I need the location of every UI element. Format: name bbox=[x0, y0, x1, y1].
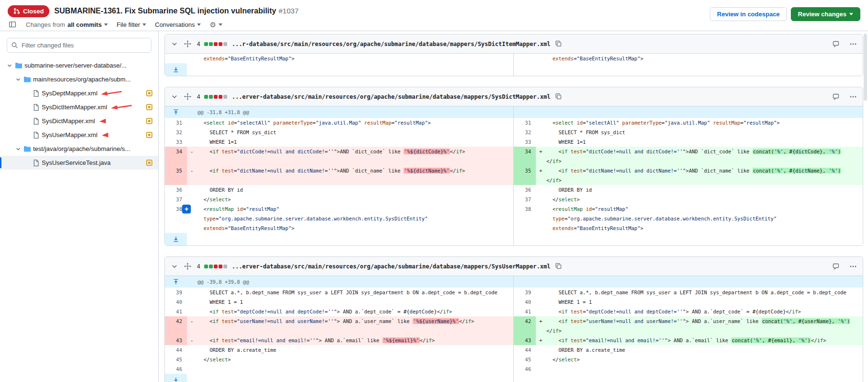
line-number-old: 46 bbox=[165, 364, 187, 374]
review-changes-button[interactable]: Review changes bbox=[791, 7, 860, 21]
diffstat-block-add bbox=[204, 265, 208, 268]
changed-text: concat('%', #{userName}, '%') bbox=[762, 318, 850, 324]
tree-file-sysdictmapper-xml[interactable]: SysDictMapper.xml bbox=[0, 114, 158, 128]
comment-button[interactable] bbox=[831, 92, 841, 102]
file-filter-dropdown[interactable]: File filter bbox=[116, 21, 146, 28]
line-number-old: 31 bbox=[165, 118, 187, 127]
expand-spacer bbox=[536, 233, 863, 245]
addition-sign: + bbox=[539, 147, 542, 156]
search-icon bbox=[11, 42, 18, 49]
copy-path-button[interactable] bbox=[554, 262, 563, 271]
comment-icon bbox=[832, 40, 840, 48]
drag-handle[interactable] bbox=[183, 92, 192, 101]
tree-folder-submarine-server-server-database[interactable]: submarine-server/server-database/... bbox=[0, 58, 158, 72]
expand-down-button[interactable] bbox=[165, 374, 187, 382]
chevron-down-icon bbox=[219, 23, 222, 28]
filter-box bbox=[7, 38, 151, 53]
tree-folder-test-java-org-apache-submarine-s[interactable]: test/java/org/apache/submarine/s... bbox=[0, 142, 158, 156]
addition-sign: + bbox=[539, 316, 542, 326]
modified-file-icon bbox=[146, 160, 152, 166]
code-line-new: + <if test="email!=null and email!=''"> … bbox=[536, 336, 863, 345]
chevron-down-icon[interactable] bbox=[13, 77, 23, 82]
drag-handle[interactable] bbox=[183, 262, 192, 271]
code-line-new: WHERE 1 = 1 bbox=[536, 297, 863, 307]
changes-count: 4 bbox=[197, 263, 200, 270]
code-line-new: + <if test="userName!=null and userName!… bbox=[536, 316, 863, 336]
filter-changed-files-input[interactable] bbox=[7, 38, 151, 53]
code-line-new: <resultMap id="resultMap" type="org.apac… bbox=[536, 204, 863, 233]
expand-down-button[interactable] bbox=[165, 63, 187, 76]
collapse-file-button[interactable] bbox=[170, 92, 179, 102]
diffstat-block-del bbox=[219, 42, 222, 46]
expand-spacer bbox=[187, 63, 514, 76]
chevron-down-icon[interactable] bbox=[13, 146, 23, 152]
diff-row: 43- <if test="email!=null and email!=''"… bbox=[165, 336, 863, 345]
diff-file-header: 4...erver-database/src/main/resources/or… bbox=[165, 257, 863, 276]
kebab-icon bbox=[849, 40, 857, 48]
copy-path-button[interactable] bbox=[554, 92, 563, 101]
line-number-old: 41 bbox=[165, 307, 187, 316]
tree-file-sysuserservicetest-java[interactable]: SysUserServiceTest.java bbox=[0, 156, 158, 170]
changes-from-dropdown[interactable]: Changes from all commits bbox=[26, 21, 108, 28]
tree-item-label: submarine-server/server-database/... bbox=[24, 62, 127, 69]
diffstat-block-del bbox=[214, 95, 218, 99]
diffstat-block-del bbox=[219, 265, 222, 268]
copy-icon bbox=[555, 263, 562, 270]
chevron-down-icon bbox=[849, 13, 853, 17]
review-in-codespace-button[interactable]: Review in codespace bbox=[710, 7, 787, 21]
diffstat-block-add bbox=[209, 42, 213, 46]
diff-row: 40 WHERE 1 = 140 WHERE 1 = 1 bbox=[165, 297, 863, 307]
hunk-text: @@ -31,8 +31,8 @@ bbox=[187, 106, 514, 118]
code-line-new: extends="BaseEntityResultMap"> bbox=[536, 54, 863, 63]
tree-item-label: SysUserMapper.xml bbox=[42, 131, 97, 139]
file-menu-button[interactable] bbox=[848, 262, 858, 271]
file-header-actions bbox=[831, 92, 858, 102]
sidebar-toggle-button[interactable] bbox=[8, 20, 17, 29]
drag-move-icon bbox=[184, 263, 191, 270]
file-menu-button[interactable] bbox=[848, 39, 858, 49]
code-line-new: ORDER BY id bbox=[536, 185, 863, 195]
file-icon bbox=[31, 117, 40, 125]
hunk-gutter bbox=[514, 276, 536, 288]
expand-context-button[interactable] bbox=[172, 278, 180, 286]
collapse-file-button[interactable] bbox=[170, 262, 179, 271]
code-line-old: <select id="selectAll" parameterType="ja… bbox=[187, 118, 514, 127]
expand-spacer bbox=[536, 63, 863, 76]
expand-down-button[interactable] bbox=[165, 233, 187, 245]
drag-handle[interactable] bbox=[183, 39, 192, 48]
add-comment-button[interactable]: + bbox=[182, 205, 191, 213]
comment-button[interactable] bbox=[831, 262, 841, 271]
copy-icon bbox=[555, 40, 562, 47]
line-number-old: 35 bbox=[165, 166, 187, 185]
comment-icon bbox=[832, 263, 840, 270]
file-menu-button[interactable] bbox=[848, 92, 858, 102]
conversations-dropdown[interactable]: Conversations bbox=[155, 21, 201, 28]
line-number-new: 42 bbox=[514, 316, 536, 336]
tree-file-sysdictitemmapper-xml[interactable]: SysDictItemMapper.xml bbox=[0, 100, 158, 114]
page-scrollbar[interactable] bbox=[863, 32, 868, 382]
line-number-old: 40 bbox=[165, 297, 187, 307]
tree-file-sysdeptmapper-xml[interactable]: SysDeptMapper.xml bbox=[0, 86, 158, 100]
tree-folder-main-resources-org-apache-subm[interactable]: main/resources/org/apache/subm... bbox=[0, 72, 158, 86]
scrollbar-thumb[interactable] bbox=[864, 34, 867, 101]
hunk-gutter bbox=[514, 106, 536, 118]
copy-path-button[interactable] bbox=[554, 39, 563, 48]
code-line-new: + <if test="dictName!=null and dictName!… bbox=[536, 166, 863, 185]
comment-button[interactable] bbox=[831, 39, 841, 49]
chevron-down-icon[interactable] bbox=[5, 63, 14, 69]
chevron-down-icon bbox=[197, 23, 201, 28]
code-line-new: + <if test="dictCode!=null and dictCode!… bbox=[536, 147, 863, 166]
code-line-old: WHERE 1 = 1 bbox=[187, 297, 514, 307]
changed-text: '%${dictName}%' bbox=[404, 168, 450, 174]
collapse-file-button[interactable] bbox=[170, 39, 179, 49]
expand-context-button[interactable] bbox=[172, 108, 180, 116]
expand-down-icon bbox=[173, 377, 179, 382]
diff-settings-dropdown[interactable]: ⚙ bbox=[209, 21, 222, 28]
diff-list: 4...r-database/src/main/resources/org/ap… bbox=[164, 34, 863, 382]
expand-spacer bbox=[536, 374, 863, 382]
tree-file-sysusermapper-xml[interactable]: SysUserMapper.xml bbox=[0, 128, 158, 142]
expand-spacer bbox=[187, 374, 514, 382]
modified-file-icon bbox=[146, 132, 152, 138]
deletion-sign: - bbox=[190, 147, 193, 156]
content-layout: submarine-server/server-database/...main… bbox=[0, 31, 868, 382]
